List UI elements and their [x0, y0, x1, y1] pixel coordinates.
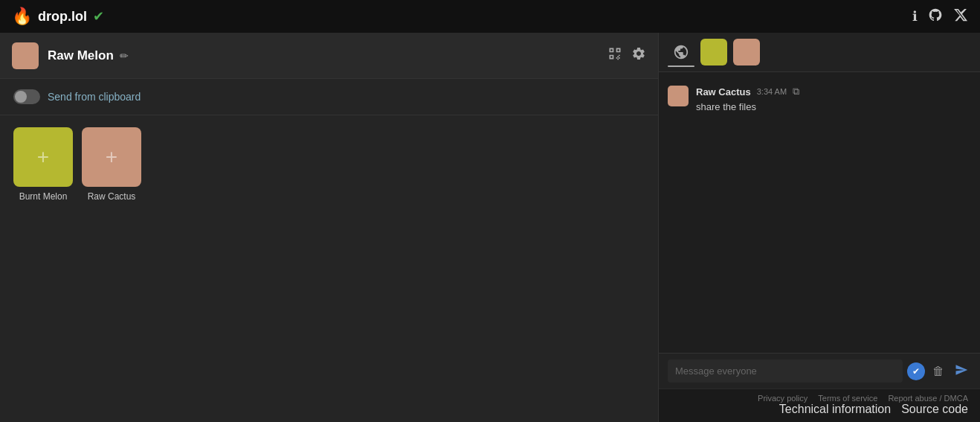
color-item-raw-cactus: + Raw Cactus	[82, 127, 141, 202]
color-tabs	[659, 33, 980, 72]
clipboard-toggle[interactable]	[13, 89, 40, 104]
color-swatch-raw-cactus[interactable]: +	[82, 127, 141, 187]
message-text: share the files	[696, 100, 971, 115]
navbar: 🔥 drop.lol ✔ ℹ	[0, 0, 980, 33]
message-header: Raw Cactus 3:34 AM ⧉	[696, 86, 971, 97]
clipboard-label: Send from clipboard	[48, 91, 141, 103]
color-label-raw-cactus: Raw Cactus	[88, 191, 136, 202]
drop-header: Raw Melon ✏	[0, 33, 658, 79]
message-input[interactable]	[668, 359, 903, 383]
tab-globe[interactable]	[668, 39, 694, 65]
colors-area: + Burnt Melon + Raw Cactus	[0, 115, 658, 214]
navbar-right: ℹ	[912, 7, 968, 26]
drop-avatar	[12, 42, 39, 69]
copy-icon[interactable]: ⧉	[793, 86, 799, 97]
technical-information-link[interactable]: Technical information	[779, 403, 891, 416]
right-panel: Raw Cactus 3:34 AM ⧉ share the files ✔ 🗑	[658, 33, 980, 422]
message-time: 3:34 AM	[757, 87, 787, 96]
messages-area[interactable]: Raw Cactus 3:34 AM ⧉ share the files	[659, 72, 980, 353]
status-indicator: ✔	[93, 8, 104, 25]
settings-button[interactable]	[631, 46, 646, 65]
color-label-burnt-melon: Burnt Melon	[19, 191, 68, 202]
navbar-left: 🔥 drop.lol ✔	[12, 7, 912, 26]
left-panel: Raw Melon ✏ Send from clipboard	[0, 33, 658, 422]
footer-links: Privacy policy Terms of service Report a…	[671, 394, 968, 403]
message-sender: Raw Cactus	[696, 86, 751, 97]
footer: Privacy policy Terms of service Report a…	[659, 389, 980, 422]
delete-button[interactable]: 🗑	[929, 362, 947, 381]
edit-icon[interactable]: ✏	[120, 50, 129, 62]
tab-raw-cactus[interactable]	[733, 39, 760, 65]
send-button[interactable]	[952, 360, 971, 383]
footer-row-2: Technical information Source code	[671, 403, 968, 416]
source-code-link[interactable]: Source code	[901, 403, 968, 416]
app-logo: drop.lol	[38, 9, 87, 25]
github-icon[interactable]	[928, 7, 943, 26]
report-abuse-link[interactable]: Report abuse / DMCA	[888, 394, 968, 403]
message-input-row: ✔ 🗑	[659, 353, 980, 389]
message-body: Raw Cactus 3:34 AM ⧉ share the files	[696, 86, 971, 115]
color-swatch-burnt-melon[interactable]: +	[13, 127, 73, 187]
main-layout: Raw Melon ✏ Send from clipboard	[0, 33, 980, 422]
message-avatar	[668, 86, 689, 106]
info-icon[interactable]: ℹ	[912, 8, 918, 25]
clipboard-row: Send from clipboard	[0, 79, 658, 115]
terms-of-service-link[interactable]: Terms of service	[818, 394, 877, 403]
color-item-burnt-melon: + Burnt Melon	[13, 127, 73, 202]
privacy-policy-link[interactable]: Privacy policy	[758, 394, 807, 403]
drop-name: Raw Melon	[48, 48, 114, 63]
message-item: Raw Cactus 3:34 AM ⧉ share the files	[668, 81, 971, 119]
twitter-icon[interactable]	[953, 7, 968, 26]
drop-header-actions	[607, 46, 646, 65]
emoji-confirm-button[interactable]: ✔	[907, 362, 925, 380]
tab-burnt-melon[interactable]	[700, 39, 727, 65]
qr-code-button[interactable]	[607, 46, 622, 65]
